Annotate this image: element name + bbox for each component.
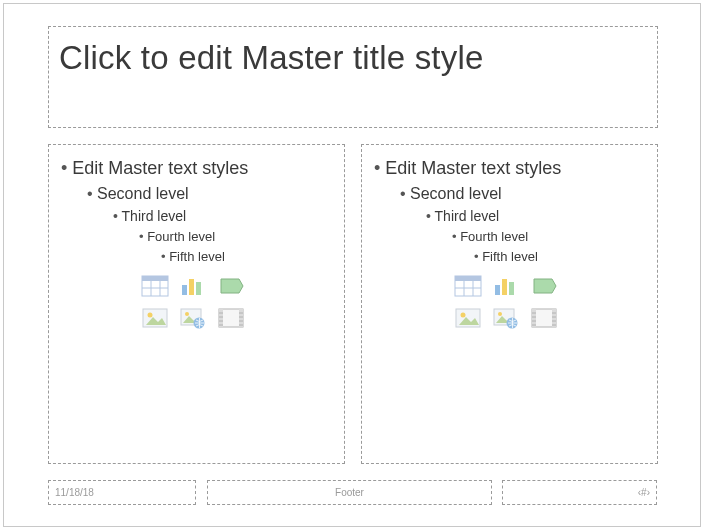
bullet-lvl3[interactable]: Third level [113, 206, 332, 227]
bullet-lvl5[interactable]: Fifth level [474, 247, 645, 267]
svg-rect-18 [239, 309, 243, 327]
bullet-lvl1[interactable]: Edit Master text styles [61, 155, 332, 182]
online-picture-icon[interactable] [179, 307, 207, 329]
content-placeholder-right[interactable]: Edit Master text styles Second level Thi… [361, 144, 658, 464]
bullet-lvl2[interactable]: Second level [87, 182, 332, 206]
svg-rect-45 [552, 309, 556, 327]
svg-point-37 [461, 313, 466, 318]
content-icon-grid-left [139, 272, 251, 332]
slide-number-placeholder[interactable]: ‹#› [502, 480, 657, 505]
smartart-icon[interactable] [217, 275, 245, 297]
svg-marker-8 [221, 279, 243, 293]
svg-rect-33 [502, 279, 507, 295]
title-text[interactable]: Click to edit Master title style [59, 39, 484, 76]
slide-master-layout: Click to edit Master title style Edit Ma… [3, 3, 701, 527]
bullet-lvl3[interactable]: Third level [426, 206, 645, 227]
table-icon[interactable] [454, 275, 482, 297]
bullet-list-right[interactable]: Edit Master text styles Second level Thi… [374, 155, 645, 266]
svg-rect-28 [455, 276, 481, 281]
bullet-lvl4[interactable]: Fourth level [139, 227, 332, 247]
picture-icon[interactable] [454, 307, 482, 329]
chart-icon[interactable] [492, 275, 520, 297]
bullet-lvl2[interactable]: Second level [400, 182, 645, 206]
video-icon[interactable] [217, 307, 245, 329]
svg-rect-17 [219, 309, 223, 327]
title-placeholder[interactable]: Click to edit Master title style [48, 26, 658, 128]
date-placeholder[interactable]: 11/18/18 [48, 480, 196, 505]
video-icon[interactable] [530, 307, 558, 329]
chart-icon[interactable] [179, 275, 207, 297]
footer-text[interactable]: Footer [335, 487, 364, 498]
bullet-lvl4[interactable]: Fourth level [452, 227, 645, 247]
picture-icon[interactable] [141, 307, 169, 329]
svg-rect-44 [532, 309, 536, 327]
svg-rect-6 [189, 279, 194, 295]
bullet-lvl1[interactable]: Edit Master text styles [374, 155, 645, 182]
svg-point-10 [148, 313, 153, 318]
slide-number-text[interactable]: ‹#› [638, 487, 650, 498]
bullet-list-left[interactable]: Edit Master text styles Second level Thi… [61, 155, 332, 266]
content-placeholder-left[interactable]: Edit Master text styles Second level Thi… [48, 144, 345, 464]
svg-point-13 [185, 312, 189, 316]
svg-rect-7 [196, 282, 201, 295]
svg-point-40 [498, 312, 502, 316]
bullet-lvl5[interactable]: Fifth level [161, 247, 332, 267]
content-icon-grid-right [452, 272, 564, 332]
table-icon[interactable] [141, 275, 169, 297]
online-picture-icon[interactable] [492, 307, 520, 329]
date-text[interactable]: 11/18/18 [55, 487, 94, 498]
svg-rect-32 [495, 285, 500, 295]
svg-rect-5 [182, 285, 187, 295]
svg-marker-35 [534, 279, 556, 293]
footer-placeholder[interactable]: Footer [207, 480, 492, 505]
svg-rect-1 [142, 276, 168, 281]
smartart-icon[interactable] [530, 275, 558, 297]
svg-rect-34 [509, 282, 514, 295]
